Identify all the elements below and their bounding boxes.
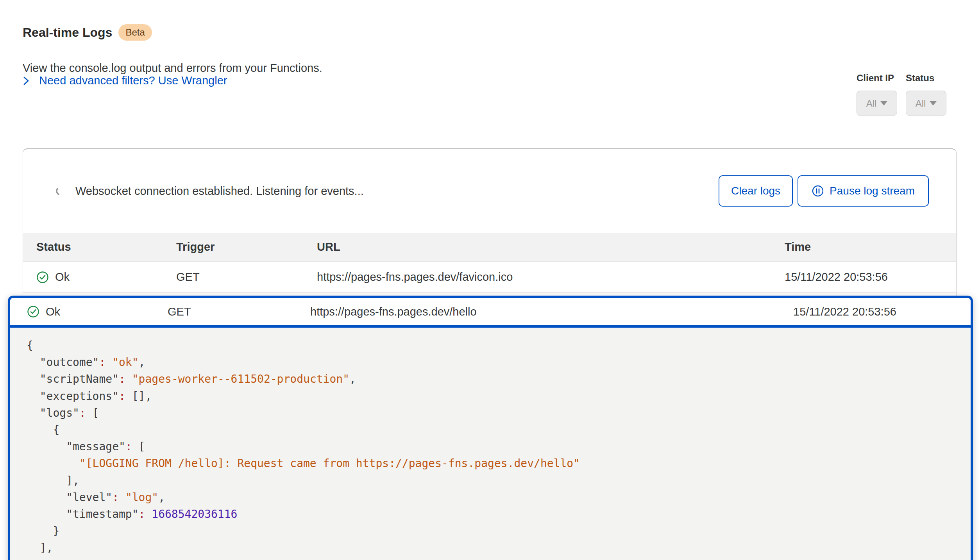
client-ip-label: Client IP: [857, 73, 897, 84]
code-line: "scriptName": "pages-worker--611502-prod…: [27, 371, 955, 387]
pause-log-stream-button[interactable]: Pause log stream: [798, 175, 929, 207]
expanded-log-row[interactable]: Ok GET https://pages-fns.pages.dev/hello…: [10, 298, 971, 328]
status-label: Status: [906, 73, 946, 84]
log-table-row[interactable]: Ok GET https://pages-fns.pages.dev/favic…: [23, 262, 956, 293]
code-line: "level": "log",: [27, 489, 955, 506]
chevron-right-icon: [22, 76, 30, 86]
wrangler-link-label: Need advanced filters? Use Wrangler: [39, 74, 227, 87]
pause-log-stream-label: Pause log stream: [830, 185, 915, 197]
status-filter: Status All: [906, 73, 946, 116]
log-filters: Client IP All Status All: [857, 73, 946, 116]
log-table-header: Status Trigger URL Time: [23, 233, 956, 262]
code-line: ],: [27, 539, 955, 556]
status-value: All: [916, 98, 926, 109]
code-line: ],: [27, 472, 955, 489]
status-select[interactable]: All: [906, 91, 946, 116]
check-circle-icon: [36, 271, 49, 284]
code-line: "message": [: [27, 438, 955, 455]
code-line: "timestamp": 1668542036116: [27, 506, 955, 523]
row-trigger: GET: [176, 271, 317, 284]
check-circle-icon: [27, 305, 39, 318]
row-status: Ok: [55, 271, 70, 284]
websocket-status-text: Websocket connection established. Listen…: [75, 185, 364, 198]
page-title: Real-time Logs Beta: [23, 24, 152, 41]
expanded-row-status: Ok: [46, 305, 60, 318]
code-line: {: [27, 421, 955, 438]
expanded-row-url: https://pages-fns.pages.dev/hello: [310, 305, 793, 318]
expanded-row-time: 15/11/2022 20:53:56: [793, 305, 971, 318]
header-time: Time: [785, 241, 956, 253]
code-line: "logs": [: [27, 405, 955, 421]
caret-down-icon: [930, 101, 937, 105]
header-trigger: Trigger: [176, 241, 317, 253]
client-ip-select[interactable]: All: [857, 91, 897, 116]
code-line: "[LOGGING FROM /hello]: Request came fro…: [27, 455, 955, 472]
client-ip-filter: Client IP All: [857, 73, 897, 116]
beta-badge: Beta: [118, 24, 152, 41]
page-title-text: Real-time Logs: [23, 25, 112, 40]
clear-logs-button[interactable]: Clear logs: [719, 175, 793, 207]
client-ip-value: All: [866, 98, 877, 109]
wrangler-filters-link[interactable]: Need advanced filters? Use Wrangler: [22, 74, 227, 87]
page-subtitle: View the console.log output and errors f…: [23, 62, 322, 75]
header-url: URL: [317, 241, 785, 253]
code-line: "exceptions": [],: [27, 388, 955, 405]
header-status: Status: [23, 241, 176, 253]
row-url: https://pages-fns.pages.dev/favicon.ico: [317, 271, 785, 284]
pause-circle-icon: [812, 185, 824, 197]
caret-down-icon: [880, 101, 887, 105]
json-log-code: { "outcome": "ok", "scriptName": "pages-…: [10, 328, 971, 556]
code-line: }: [27, 523, 955, 539]
expanded-log-entry: Ok GET https://pages-fns.pages.dev/hello…: [8, 296, 973, 560]
code-line: "outcome": "ok",: [27, 354, 955, 371]
code-line: {: [27, 337, 955, 354]
websocket-status-bar: Websocket connection established. Listen…: [23, 149, 956, 233]
clear-logs-label: Clear logs: [731, 185, 780, 197]
spinner-icon: [55, 185, 66, 196]
expanded-row-trigger: GET: [168, 305, 310, 318]
row-time: 15/11/2022 20:53:56: [785, 271, 956, 284]
